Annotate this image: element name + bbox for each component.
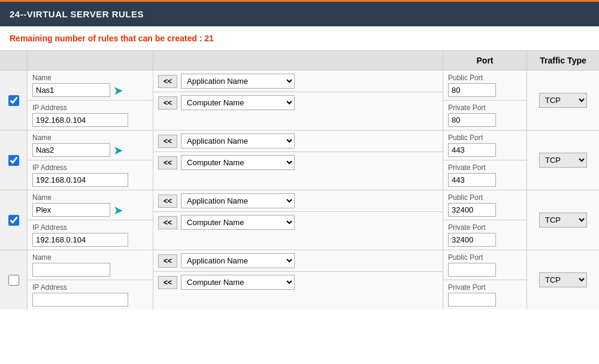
private-port-label-0: Private Port [448, 104, 522, 112]
name-ip-cell-0: Name ➤ IP Address [28, 71, 153, 130]
private-port-input-2[interactable] [448, 233, 496, 247]
ip-input-0[interactable] [32, 113, 128, 127]
app-row-3: << Application Name [153, 250, 443, 272]
public-port-label-1: Public Port [448, 134, 522, 142]
public-port-row-1: Public Port [443, 131, 527, 160]
name-label-2: Name [32, 193, 148, 202]
public-port-label-3: Public Port [448, 253, 522, 262]
ip-input-1[interactable] [32, 173, 128, 187]
traffic-select-0[interactable]: TCP UDP Both [539, 93, 587, 108]
header-name-col [28, 51, 153, 70]
app-arrow-btn-3[interactable]: << [158, 254, 177, 268]
rule-enabled-checkbox-3[interactable] [8, 275, 19, 286]
public-port-label-0: Public Port [448, 74, 522, 82]
private-port-row-1: Private Port [443, 160, 527, 190]
name-input-wrapper-1: ➤ [32, 143, 148, 157]
computer-arrow-btn-0[interactable]: << [158, 96, 177, 110]
computer-row-2: << Computer Name [153, 212, 443, 233]
middle-cell-3: << Application Name << Computer Name [153, 250, 443, 310]
computer-arrow-btn-1[interactable]: << [158, 156, 177, 169]
traffic-cell-0: TCP UDP Both [527, 71, 599, 130]
checkbox-cell-0 [0, 71, 28, 130]
rules-count: 21 [204, 34, 214, 43]
private-port-input-3[interactable] [448, 293, 496, 307]
traffic-select-1[interactable]: TCP UDP Both [539, 153, 587, 168]
rules-container: Name ➤ IP Address << Application Name << [0, 71, 599, 310]
table-row: Name ➤ IP Address << Application Name << [0, 190, 599, 250]
computer-arrow-btn-2[interactable]: << [158, 216, 177, 229]
name-input-wrapper-0: ➤ [32, 83, 148, 97]
public-port-input-2[interactable] [448, 203, 496, 217]
computer-select-2[interactable]: Computer Name [181, 215, 295, 230]
name-label-3: Name [32, 253, 148, 262]
public-port-row-0: Public Port [443, 71, 527, 101]
app-arrow-btn-0[interactable]: << [158, 75, 177, 88]
rule-enabled-checkbox-2[interactable] [8, 215, 19, 226]
ip-label-3: IP Address [32, 283, 148, 292]
name-input-0[interactable] [32, 83, 110, 97]
rule-enabled-checkbox-1[interactable] [8, 155, 19, 166]
subtitle-bar: Remaining number of rules that can be cr… [0, 26, 599, 51]
private-port-label-2: Private Port [448, 223, 522, 232]
port-cell-1: Public Port Private Port [443, 131, 527, 190]
app-arrow-btn-1[interactable]: << [158, 135, 177, 148]
name-input-wrapper-2: ➤ [32, 203, 148, 217]
private-port-input-0[interactable] [448, 113, 496, 127]
traffic-select-2[interactable]: TCP UDP Both [539, 213, 587, 228]
top-bar: 24--VIRTUAL SERVER RULES [0, 0, 599, 26]
computer-select-3[interactable]: Computer Name [181, 275, 295, 290]
computer-select-0[interactable]: Computer Name [181, 95, 295, 110]
computer-select-1[interactable]: Computer Name [181, 155, 295, 170]
name-row-0: Name ➤ [28, 71, 153, 101]
table-row: Name ➤ IP Address << Application Name << [0, 71, 599, 131]
public-port-input-0[interactable] [448, 83, 496, 97]
traffic-cell-1: TCP UDP Both [527, 131, 599, 190]
checkbox-cell-2 [0, 190, 28, 250]
checkbox-cell-1 [0, 131, 28, 190]
arrow-icon-1: ➤ [113, 144, 123, 156]
middle-cell-0: << Application Name << Computer Name [153, 71, 443, 130]
app-arrow-btn-2[interactable]: << [158, 195, 177, 208]
app-row-2: << Application Name [153, 190, 443, 212]
computer-arrow-btn-3[interactable]: << [158, 276, 177, 289]
public-port-input-3[interactable] [448, 263, 496, 277]
private-port-input-1[interactable] [448, 173, 496, 187]
public-port-input-1[interactable] [448, 143, 496, 157]
name-label-0: Name [32, 74, 148, 82]
header-middle-col [153, 51, 443, 70]
middle-cell-1: << Application Name << Computer Name [153, 131, 443, 190]
traffic-cell-3: TCP UDP Both [527, 250, 599, 310]
table-wrapper: Port Traffic Type Name ➤ IP Address << [0, 51, 599, 361]
app-select-0[interactable]: Application Name [181, 74, 295, 89]
public-port-row-2: Public Port [443, 190, 527, 220]
arrow-icon-2: ➤ [113, 204, 123, 216]
traffic-select-3[interactable]: TCP UDP Both [539, 272, 587, 287]
checkbox-cell-3 [0, 250, 28, 310]
private-port-row-0: Private Port [443, 101, 527, 130]
app-row-0: << Application Name [153, 71, 443, 92]
private-port-label-3: Private Port [448, 283, 522, 292]
name-input-1[interactable] [32, 143, 110, 157]
computer-row-1: << Computer Name [153, 152, 443, 173]
name-ip-cell-3: Name IP Address [28, 250, 153, 310]
ip-input-3[interactable] [32, 293, 128, 307]
ip-label-0: IP Address [32, 104, 148, 112]
name-input-3[interactable] [32, 263, 110, 277]
name-row-2: Name ➤ [28, 190, 153, 220]
name-ip-cell-1: Name ➤ IP Address [28, 131, 153, 190]
private-port-row-3: Private Port [443, 280, 527, 310]
port-cell-2: Public Port Private Port [443, 190, 527, 250]
private-port-label-1: Private Port [448, 163, 522, 172]
rule-enabled-checkbox-0[interactable] [8, 95, 19, 106]
ip-row-3: IP Address [28, 280, 153, 310]
name-input-wrapper-3 [32, 263, 148, 277]
app-select-2[interactable]: Application Name [181, 193, 295, 208]
middle-cell-2: << Application Name << Computer Name [153, 190, 443, 250]
name-input-2[interactable] [32, 203, 110, 217]
app-select-3[interactable]: Application Name [181, 253, 295, 268]
table-row: Name ➤ IP Address << Application Name << [0, 131, 599, 190]
app-select-1[interactable]: Application Name [181, 134, 295, 148]
ip-input-2[interactable] [32, 233, 128, 247]
table-row: Name IP Address << Application Name << [0, 250, 599, 310]
header-port-col: Port [443, 51, 527, 70]
